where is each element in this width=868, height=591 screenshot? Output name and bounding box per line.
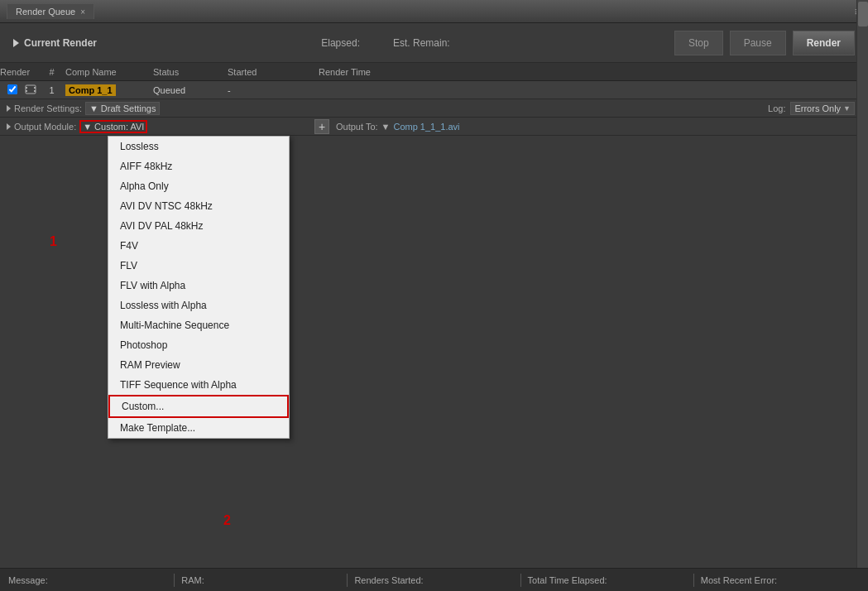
title-bar: Render Queue × ≡ [0, 0, 868, 23]
render-settings-value: Draft Settings [101, 103, 156, 113]
row-icon [25, 84, 41, 97]
svg-rect-1 [26, 87, 27, 89]
menu-item-lossless[interactable]: Lossless [108, 137, 289, 156]
render-col-header: Render [0, 67, 25, 77]
started-col-header: Started [228, 67, 319, 77]
log-dropdown[interactable]: Errors Only ▼ [790, 102, 855, 115]
render-settings-label: Render Settings: [14, 103, 82, 113]
num-col-header: # [41, 67, 62, 77]
svg-rect-3 [34, 87, 36, 89]
renders-started-label: Renders Started: [354, 575, 423, 585]
render-settings-dropdown-arrow: ▼ [89, 103, 98, 113]
total-time-section: Total Time Elapsed: [528, 575, 687, 585]
menu-item-avi-ntsc[interactable]: AVI DV NTSC 48kHz [108, 196, 289, 216]
row-comp-name[interactable]: Comp 1_1 [62, 85, 153, 95]
column-headers: Render # Comp Name Status Started Render… [0, 63, 868, 81]
step-2-indicator: 2 [223, 513, 231, 528]
queue-container: 1 Comp 1_1 Queued - Render Settings: ▼ D… [0, 81, 868, 136]
stop-button[interactable]: Stop [674, 31, 723, 55]
output-module-label: Output Module: [14, 122, 76, 132]
add-output-button[interactable]: + [314, 119, 329, 134]
divider-2 [347, 574, 348, 587]
output-file-link[interactable]: Comp 1_1_1.avi [393, 122, 459, 132]
menu-item-custom[interactable]: Custom... [108, 395, 289, 418]
right-scrollbar[interactable] [856, 0, 868, 591]
menu-item-aiff[interactable]: AIFF 48kHz [108, 156, 289, 176]
ram-section: RAM: [181, 575, 340, 585]
current-render-label: Current Render [24, 37, 97, 49]
log-label: Log: [768, 103, 785, 113]
recent-error-section: Most Recent Error: [701, 575, 860, 585]
menu-item-flv-alpha[interactable]: FLV with Alpha [108, 276, 289, 296]
menu-item-f4v[interactable]: F4V [108, 236, 289, 256]
tab-label: Render Queue [16, 7, 75, 17]
row-status: Queued [153, 85, 228, 95]
row-started: - [228, 85, 319, 95]
menu-item-flv[interactable]: FLV [108, 256, 289, 276]
step-1-indicator: 1 [50, 234, 57, 249]
close-tab-icon[interactable]: × [80, 7, 85, 17]
menu-item-lossless-alpha[interactable]: Lossless with Alpha [108, 296, 289, 315]
divider-1 [174, 574, 175, 587]
menu-item-multi-machine[interactable]: Multi-Machine Sequence [108, 315, 289, 335]
status-col-header: Status [153, 67, 228, 77]
output-module-value: Custom: AVI [94, 122, 144, 132]
output-module-dropdown-wrapper[interactable]: ▼ Custom: AVI [79, 120, 147, 133]
top-bar: Current Render Elapsed: Est. Remain: Sto… [0, 23, 868, 63]
svg-rect-4 [34, 90, 36, 92]
message-label: Message: [8, 575, 48, 585]
output-dropdown-arrow: ▼ [83, 122, 92, 132]
render-queue-tab[interactable]: Render Queue × [7, 3, 94, 19]
elapsed-section: Elapsed: Est. Remain: [103, 37, 668, 49]
compname-col-header: Comp Name [62, 67, 153, 77]
recent-error-label: Most Recent Error: [701, 575, 777, 585]
output-to-dropdown-arrow: ▼ [381, 122, 391, 132]
render-button[interactable]: Render [793, 31, 855, 55]
settings-expand-icon[interactable] [7, 105, 11, 112]
current-render-section: Current Render [13, 37, 97, 49]
output-to-area: + Output To: ▼ Comp 1_1_1.avi [314, 119, 460, 134]
ram-label: RAM: [181, 575, 204, 585]
render-checkbox[interactable] [7, 84, 17, 94]
scrollbar-thumb[interactable] [858, 2, 868, 26]
log-section: Log: Errors Only ▼ [768, 102, 855, 115]
render-settings-dropdown[interactable]: ▼ Draft Settings [85, 102, 161, 115]
output-expand-icon[interactable] [7, 123, 11, 130]
expand-icon[interactable] [13, 39, 19, 47]
film-icon [25, 84, 36, 95]
queue-row[interactable]: 1 Comp 1_1 Queued - [0, 81, 868, 99]
menu-item-avi-pal[interactable]: AVI DV PAL 48kHz [108, 216, 289, 236]
output-to-label: Output To: [336, 122, 378, 132]
svg-rect-2 [26, 90, 27, 92]
log-value: Errors Only [794, 103, 841, 113]
divider-3 [520, 574, 521, 587]
renders-started-section: Renders Started: [354, 575, 513, 585]
menu-item-photoshop[interactable]: Photoshop [108, 335, 289, 355]
render-settings-row: Render Settings: ▼ Draft Settings Log: E… [0, 99, 868, 118]
output-module-row: Output Module: ▼ Custom: AVI Lossless AI… [0, 118, 868, 136]
output-module-menu: Lossless AIFF 48kHz Alpha Only AVI DV NT… [108, 136, 290, 439]
svg-rect-0 [26, 85, 36, 94]
elapsed-label: Elapsed: [321, 37, 360, 49]
status-bar: Message: RAM: Renders Started: Total Tim… [0, 568, 868, 591]
row-num: 1 [41, 85, 62, 95]
message-section: Message: [8, 575, 167, 585]
row-checkbox[interactable] [0, 84, 25, 96]
rendertime-col-header: Render Time [319, 67, 868, 77]
menu-item-ram-preview[interactable]: RAM Preview [108, 355, 289, 375]
remain-label: Est. Remain: [393, 37, 450, 49]
pause-button[interactable]: Pause [730, 31, 786, 55]
total-time-label: Total Time Elapsed: [528, 575, 607, 585]
menu-item-tiff-alpha[interactable]: TIFF Sequence with Alpha [108, 375, 289, 395]
menu-item-alpha-only[interactable]: Alpha Only [108, 176, 289, 196]
log-dropdown-arrow: ▼ [843, 104, 851, 113]
menu-item-make-template[interactable]: Make Template... [108, 418, 289, 438]
divider-4 [693, 574, 694, 587]
